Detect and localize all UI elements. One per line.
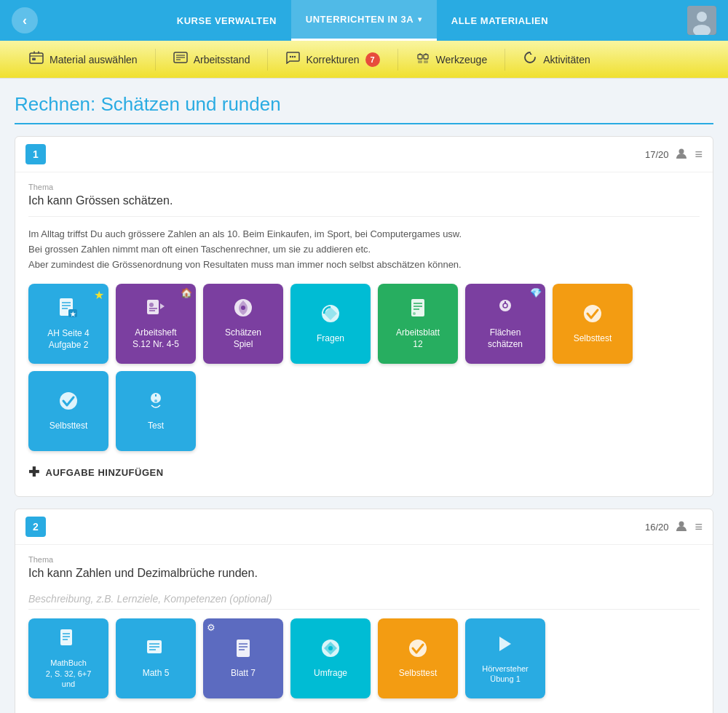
toolbar-werkzeuge[interactable]: Werkzeuge xyxy=(404,45,499,73)
svg-rect-4 xyxy=(32,58,36,61)
svg-point-43 xyxy=(679,521,684,526)
toolbar-korrekturen[interactable]: Korrekturen 7 xyxy=(274,45,391,73)
nav-tabs: KURSE VERWALTEN UNTERRICHTEN IN 3A ▾ ALL… xyxy=(38,0,687,41)
tile-home-badge: 🏠 xyxy=(181,287,192,298)
toolbar-material[interactable]: Material auswählen xyxy=(17,45,149,73)
tile-icon-fragen xyxy=(320,303,341,329)
dropdown-arrow-icon: ▾ xyxy=(418,15,422,23)
werkzeuge-icon xyxy=(416,51,430,68)
nav-tab-materialien[interactable]: ALLE MATERIALIEN xyxy=(437,0,563,41)
add-task-btn-2[interactable]: ✚ AUFGABE HINZUFÜGEN xyxy=(28,706,700,713)
svg-rect-15 xyxy=(424,60,428,63)
sep-3 xyxy=(397,49,398,71)
section-meta-1: 17/20 ≡ xyxy=(645,147,703,162)
svg-text:★: ★ xyxy=(70,311,76,318)
section-num-2: 2 xyxy=(25,517,46,537)
person-icon-1 xyxy=(676,148,687,162)
tile-icon-hor xyxy=(495,634,515,659)
section-num-1: 1 xyxy=(25,144,46,164)
aktivitaeten-icon xyxy=(523,50,537,68)
svg-rect-44 xyxy=(60,629,72,645)
tile-icon-flachen xyxy=(495,298,515,323)
tile-umfrage[interactable]: Umfrage xyxy=(290,618,371,698)
main-content: Rechnen: Schätzen und runden 1 17/20 ≡ T… xyxy=(0,79,728,713)
section-count-2: 16/20 xyxy=(645,522,669,533)
tile-label-blatt7: Blatt 7 xyxy=(231,668,256,680)
hamburger-icon-1[interactable]: ≡ xyxy=(695,147,703,162)
tile-math5[interactable]: Math 5 xyxy=(116,618,196,698)
tile-diamond-badge: 💎 xyxy=(530,287,542,298)
tile-label-spiel: SchätzenSpiel xyxy=(225,327,261,350)
tiles-row-1-1: ★ ★ AH Seite 4Aufgabe 2 🏠 ArbeitsheftS.1… xyxy=(28,284,700,364)
add-task-btn-1[interactable]: ✚ AUFGABE HINZUFÜGEN xyxy=(28,458,700,486)
tile-blatt7[interactable]: ⚙ Blatt 7 xyxy=(203,618,283,698)
svg-point-1 xyxy=(697,12,707,22)
tile-label-selbst-o: Selbsttest xyxy=(574,333,612,345)
svg-rect-23 xyxy=(147,300,159,314)
tile-ah-seite[interactable]: ★ ★ AH Seite 4Aufgabe 2 xyxy=(28,284,108,364)
sep-4 xyxy=(505,49,505,71)
tile-flachen[interactable]: 💎 Flächenschätzen xyxy=(465,284,545,364)
tile-icon-test xyxy=(146,391,166,416)
tile-selbsttest-blue[interactable]: Selbsttest xyxy=(28,371,108,451)
svg-point-10 xyxy=(292,56,293,57)
nav-tab-unterrichten[interactable]: UNTERRICHTEN IN 3A ▾ xyxy=(291,0,437,41)
person-icon-2 xyxy=(676,520,687,534)
thema-label-1: Thema xyxy=(28,183,700,191)
svg-rect-12 xyxy=(418,55,422,59)
toolbar: Material auswählen Arbeitsstand Korrektu… xyxy=(0,41,728,79)
tile-label-selbst-b: Selbsttest xyxy=(50,421,88,432)
tile-test[interactable]: Test xyxy=(116,371,196,451)
sep-2 xyxy=(267,49,268,71)
thema-text-1: Ich kann Grössen schätzen. xyxy=(28,194,700,207)
thema-label-2: Thema xyxy=(28,555,700,564)
tile-label-math5: Math 5 xyxy=(143,668,170,680)
tile-icon-selbst-s2 xyxy=(408,638,428,664)
avatar[interactable] xyxy=(687,6,716,35)
korrekturen-icon xyxy=(285,51,300,68)
tile-arbeitsheft[interactable]: 🏠 ArbeitsheftS.12 Nr. 4-5 xyxy=(116,284,196,364)
tile-icon-ah: ★ xyxy=(58,297,79,324)
toolbar-arbeitsstand[interactable]: Arbeitsstand xyxy=(162,46,262,73)
svg-rect-13 xyxy=(424,55,428,59)
tile-icon-spiel xyxy=(233,298,253,323)
tile-mathbuch[interactable]: MathBuch2, S. 32, 6+7und xyxy=(28,618,108,698)
tile-label-arbeitsblatt: Arbeitsblatt12 xyxy=(396,327,440,350)
korrekturen-badge: 7 xyxy=(365,52,380,67)
tile-label-hor: HörversteherÜbung 1 xyxy=(482,664,529,685)
tile-horversteher[interactable]: HörversteherÜbung 1 xyxy=(465,618,545,698)
hamburger-icon-2[interactable]: ≡ xyxy=(695,519,703,535)
svg-rect-52 xyxy=(237,640,250,657)
description-placeholder-2[interactable]: Beschreibung, z.B. Lernziele, Kompetenze… xyxy=(28,589,700,610)
tile-icon-selbst-o xyxy=(582,303,603,329)
section-body-1: Thema Ich kann Grössen schätzen. Im Allt… xyxy=(15,172,713,496)
section-header-2: 2 16/20 ≡ xyxy=(15,509,713,545)
tile-schatzen-spiel[interactable]: SchätzenSpiel xyxy=(203,284,283,364)
tile-icon-mathbuch xyxy=(58,628,79,653)
tiles-row-1-2: Selbsttest Test xyxy=(28,371,700,451)
description-1: Im Alltag triffst Du auch grössere Zahle… xyxy=(28,227,700,272)
tile-arbeitsblatt[interactable]: Arbeitsblatt12 xyxy=(378,284,458,364)
tile-icon-blatt7 xyxy=(233,638,253,664)
tile-label-umfrage: Umfrage xyxy=(314,668,347,680)
svg-point-57 xyxy=(328,646,333,650)
tile-selbsttest-s2[interactable]: Selbsttest xyxy=(378,618,458,698)
page-title: Rechnen: Schätzen und runden xyxy=(15,93,713,124)
plus-icon-1: ✚ xyxy=(28,464,40,480)
tiles-row-2-1: MathBuch2, S. 32, 6+7und Math 5 ⚙ Blatt … xyxy=(28,618,700,698)
tile-icon-math5 xyxy=(146,638,166,664)
section-count-1: 17/20 xyxy=(645,149,669,160)
avatar-image xyxy=(687,6,716,35)
header: ‹ KURSE VERWALTEN UNTERRICHTEN IN 3A ▾ A… xyxy=(0,0,728,41)
tile-label-flachen: Flächenschätzen xyxy=(488,327,523,350)
back-button[interactable]: ‹ xyxy=(12,7,38,33)
tile-label-arbeit: ArbeitsheftS.12 Nr. 4-5 xyxy=(132,327,179,350)
tile-fragen[interactable]: Fragen xyxy=(290,284,371,364)
tile-icon-arbeit xyxy=(146,298,166,323)
tile-label-test: Test xyxy=(148,421,164,432)
svg-point-34 xyxy=(413,312,416,315)
toolbar-aktivitaeten[interactable]: Aktivitäten xyxy=(511,44,602,74)
nav-tab-kurse[interactable]: KURSE VERWALTEN xyxy=(162,0,291,41)
tile-selbsttest-orange[interactable]: Selbsttest xyxy=(553,284,633,364)
arbeitsstand-icon xyxy=(173,52,188,67)
